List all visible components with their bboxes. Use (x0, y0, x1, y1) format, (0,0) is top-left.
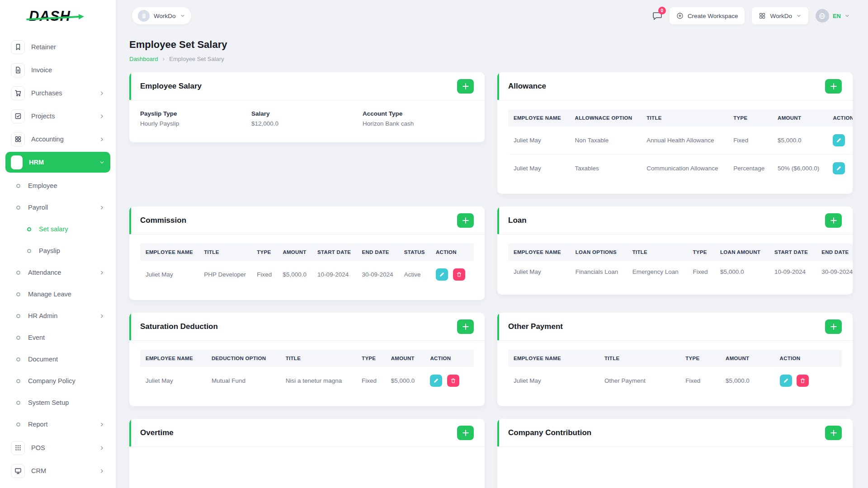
sidebar-item-invoice[interactable]: Invoice (5, 60, 110, 80)
topbar: WorkDo 0 Create Workspace WorkDo (116, 0, 868, 32)
sidebar-item-label: Payslip (39, 247, 105, 254)
sidebar-item-label: Manage Leave (28, 291, 105, 298)
sidebar-item-payslip[interactable]: Payslip (5, 240, 110, 262)
card-saturation-deduction: Saturation Deduction Employee Name Deduc… (129, 313, 485, 406)
sidebar-item-attendance[interactable]: Attendance (5, 262, 110, 283)
chevron-down-icon (796, 13, 802, 19)
table-row: Juliet May Financials Loan Emergency Loa… (508, 261, 853, 283)
sidebar-item-purchases[interactable]: Purchases (5, 83, 110, 103)
card-allowance: Allowance Employee Name Allownace Option… (497, 72, 853, 194)
sidebar-item-pos[interactable]: POS (5, 437, 110, 458)
messages-button[interactable]: 0 (652, 11, 662, 21)
cart-icon (11, 86, 25, 100)
edit-button[interactable] (780, 375, 792, 387)
language-code: EN (833, 13, 841, 19)
add-allowance-button[interactable] (825, 79, 842, 94)
invoice-icon (11, 63, 25, 77)
sidebar-item-payroll[interactable]: Payroll (5, 197, 110, 218)
breadcrumb-dashboard-link[interactable]: Dashboard (129, 56, 158, 62)
chevron-down-icon (180, 13, 185, 19)
bullet-icon (16, 357, 20, 361)
sidebar-item-label: Report (28, 421, 91, 428)
sidebar-item-crm[interactable]: CRM (5, 460, 110, 481)
sidebar-item-label: System Setup (28, 399, 105, 406)
breadcrumb: Dashboard › Employee Set Salary (129, 55, 853, 62)
messages-badge: 0 (658, 7, 666, 14)
add-commission-button[interactable] (457, 213, 474, 228)
monitor-icon (11, 464, 25, 478)
sidebar-item-report[interactable]: Report (5, 413, 110, 435)
sidebar-item-manage-leave[interactable]: Manage Leave (5, 283, 110, 305)
sidebar-item-retainer[interactable]: Retainer (5, 37, 110, 57)
bullet-icon (16, 292, 20, 296)
add-loan-button[interactable] (825, 213, 842, 228)
sidebar-item-document[interactable]: Document (5, 348, 110, 370)
sidebar-item-system-setup[interactable]: System Setup (5, 392, 110, 413)
sidebar-item-label: Company Policy (28, 377, 105, 385)
chevron-right-icon (99, 205, 105, 211)
main-area: WorkDo 0 Create Workspace WorkDo (116, 0, 868, 488)
sidebar-item-set-salary[interactable]: Set salary (5, 218, 110, 240)
table-row: Juliet May Taxables Communication Allowa… (508, 154, 853, 182)
field-value: $12,000.0 (251, 120, 363, 127)
workspace-apps-button[interactable]: WorkDo (752, 7, 808, 24)
delete-button[interactable] (797, 375, 809, 387)
workspace-name: WorkDo (154, 13, 176, 19)
chevron-right-icon (99, 136, 105, 142)
sidebar-item-label: Retainer (31, 43, 105, 51)
sidebar-item-event[interactable]: Event (5, 327, 110, 348)
add-saturation-deduction-button[interactable] (457, 319, 474, 334)
language-selector[interactable]: EN (816, 9, 850, 23)
add-employee-salary-button[interactable] (457, 79, 474, 94)
brand-logo[interactable]: DASH (0, 0, 116, 33)
add-company-contribution-button[interactable] (825, 426, 842, 440)
field-account-type: Account Type Horizon Bank cash (363, 110, 474, 127)
chevron-right-icon (99, 313, 105, 319)
create-workspace-button[interactable]: Create Workspace (670, 7, 745, 24)
create-workspace-label: Create Workspace (688, 13, 738, 19)
sidebar-item-hrm[interactable]: HRM (5, 152, 110, 173)
sidebar-item-label: Projects (31, 113, 93, 120)
card-employee-salary: Employee Salary Payslip Type Hourly Pays… (129, 72, 485, 142)
add-overtime-button[interactable] (457, 426, 474, 440)
bullet-icon (16, 184, 20, 188)
apps-grid-icon (759, 12, 766, 19)
hrm-icon (11, 155, 23, 169)
sidebar-item-projects[interactable]: Projects (5, 106, 110, 127)
sidebar-item-label: Event (28, 334, 105, 341)
sidebar-item-label: HR Admin (28, 312, 91, 319)
edit-button[interactable] (833, 134, 845, 146)
card-title: Allowance (508, 82, 546, 91)
chevron-right-icon (99, 270, 105, 276)
bullet-icon (16, 271, 20, 275)
card-loan: Loan Employee Name Loan Options Title Ty… (497, 206, 853, 295)
allowance-table: Employee Name Allownace Option Title Typ… (508, 109, 853, 182)
bullet-icon (16, 314, 20, 318)
card-other-payment: Other Payment Employee Name Title Type A… (497, 313, 853, 406)
breadcrumb-current: Employee Set Salary (169, 56, 224, 62)
sidebar-item-accounting[interactable]: Accounting (5, 129, 110, 150)
sidebar-item-label: Employee (28, 182, 105, 189)
commission-table: Employee Name Title Type Amount Start Da… (140, 244, 474, 288)
workspace-selector[interactable]: WorkDo (132, 7, 191, 24)
table-row: Juliet May Mutual Fund Nisi a tenetur ma… (140, 367, 474, 394)
card-title: Loan (508, 216, 527, 225)
app-root: DASH Retainer Invoice Purchases Projects (0, 0, 868, 488)
field-label: Account Type (363, 110, 474, 117)
edit-button[interactable] (833, 162, 845, 174)
chevron-down-icon (844, 13, 850, 19)
sidebar-menu: Retainer Invoice Purchases Projects Acco… (0, 33, 116, 481)
edit-button[interactable] (436, 268, 448, 281)
card-title: Saturation Deduction (140, 322, 218, 331)
sidebar-item-hr-admin[interactable]: HR Admin (5, 305, 110, 327)
chevron-right-icon (99, 113, 105, 119)
edit-button[interactable] (430, 375, 442, 387)
delete-button[interactable] (447, 375, 459, 387)
sidebar-item-employee[interactable]: Employee (5, 175, 110, 197)
page-title: Employee Set Salary (129, 39, 853, 51)
bullet-icon (16, 401, 20, 405)
card-overtime: Overtime (129, 419, 485, 488)
delete-button[interactable] (453, 268, 465, 281)
add-other-payment-button[interactable] (825, 319, 842, 334)
sidebar-item-company-policy[interactable]: Company Policy (5, 370, 110, 392)
